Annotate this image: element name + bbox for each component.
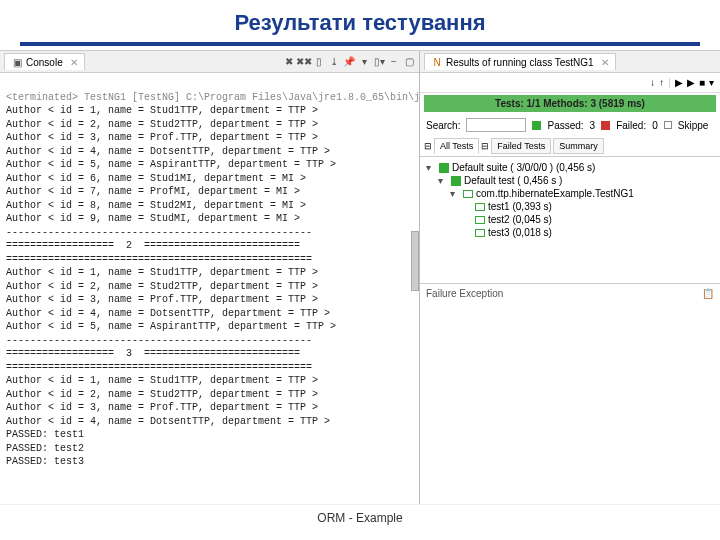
results-panel: N Results of running class TestNG1 ✕ ↓ ↑… (420, 51, 720, 504)
minimize-icon[interactable]: − (388, 56, 400, 68)
console-line: Author < id = 7, name = ProfMI, departme… (6, 186, 300, 197)
tree-method[interactable]: test2 (0,045 s) (426, 213, 714, 226)
tab-all-tests[interactable]: All Tests (434, 138, 479, 154)
tree-test[interactable]: ▾Default test ( 0,456 s ) (426, 174, 714, 187)
rerun-failed-icon[interactable]: ▶ (687, 77, 695, 88)
console-line: Author < id = 3, name = Prof.TTP, depart… (6, 294, 318, 305)
terminated-line: <terminated> TestNG1 [TestNG] C:\Program… (6, 92, 419, 103)
close-icon[interactable]: ✕ (597, 57, 609, 68)
console-body: <terminated> TestNG1 [TestNG] C:\Program… (0, 73, 419, 504)
results-tabbar: N Results of running class TestNG1 ✕ (420, 51, 720, 73)
failed-label: Failed: (616, 120, 646, 131)
tree-method[interactable]: test3 (0,018 s) (426, 226, 714, 239)
content: ▣ Console ✕ ✖ ✖✖ ▯ ⤓ 📌 ▾ ▯▾ − ▢ <termina… (0, 50, 720, 504)
failed-tab-icon: ⊟ (481, 141, 489, 151)
next-failure-icon[interactable]: ↓ (650, 77, 655, 88)
failure-exception-section: Failure Exception 📋 (420, 283, 720, 303)
console-line: Author < id = 2, name = Stud2TTP, depart… (6, 119, 318, 130)
console-line: Author < id = 1, name = Stud1TTP, depart… (6, 105, 318, 116)
slide-footer: ORM - Example (0, 504, 720, 531)
history-icon[interactable]: ▾ (709, 77, 714, 88)
console-line: Author < id = 9, name = StudMI, departme… (6, 213, 300, 224)
passed-count: 3 (590, 120, 596, 131)
console-tab-label: Console (26, 57, 63, 68)
tab-failed-tests[interactable]: Failed Tests (491, 138, 551, 154)
console-line: ========================================… (6, 254, 312, 265)
search-input[interactable] (466, 118, 526, 132)
results-subtabs: ⊟ All Tests ⊟ Failed Tests Summary (420, 136, 720, 157)
results-tab-label: Results of running class TestNG1 (446, 57, 594, 68)
rerun-icon[interactable]: ▶ (675, 77, 683, 88)
test-ok-icon (451, 176, 461, 186)
remove-launch-icon[interactable]: ✖ (283, 56, 295, 68)
method-ok-icon (475, 203, 485, 211)
failed-indicator-icon (601, 121, 610, 130)
maximize-icon[interactable]: ▢ (403, 56, 415, 68)
method-ok-icon (475, 216, 485, 224)
display-selected-icon[interactable]: ▾ (358, 56, 370, 68)
console-line: ----------------------------------------… (6, 335, 312, 346)
open-console-icon[interactable]: ▯▾ (373, 56, 385, 68)
console-line: Author < id = 2, name = Stud2TTP, depart… (6, 281, 318, 292)
stop-icon[interactable]: ■ (699, 77, 705, 88)
console-line: Author < id = 4, name = DotsentTTP, depa… (6, 416, 330, 427)
console-toolbar: ✖ ✖✖ ▯ ⤓ 📌 ▾ ▯▾ − ▢ (283, 56, 415, 68)
search-label: Search: (426, 120, 460, 131)
console-line: Author < id = 6, name = Stud1MI, departm… (6, 173, 306, 184)
console-line: ================== 3 ===================… (6, 348, 300, 359)
tests-banner: Tests: 1/1 Methods: 3 (5819 ms) (424, 95, 716, 112)
copy-trace-icon[interactable]: 📋 (702, 288, 714, 299)
console-line: PASSED: test3 (6, 456, 84, 467)
skipped-indicator-icon (664, 121, 672, 129)
console-line: Author < id = 2, name = Stud2TTP, depart… (6, 389, 318, 400)
console-line: ========================================… (6, 362, 312, 373)
console-tabbar: ▣ Console ✕ ✖ ✖✖ ▯ ⤓ 📌 ▾ ▯▾ − ▢ (0, 51, 419, 73)
divider (20, 42, 700, 46)
class-icon (463, 190, 473, 198)
slide-title: Результати тестування (0, 0, 720, 42)
testng-icon: N (431, 56, 443, 68)
console-tab[interactable]: ▣ Console ✕ (4, 53, 85, 70)
console-line: Author < id = 1, name = Stud1TTP, depart… (6, 267, 318, 278)
method-ok-icon (475, 229, 485, 237)
console-line: ================== 2 ===================… (6, 240, 300, 251)
scrollbar-thumb[interactable] (411, 231, 419, 291)
pin-console-icon[interactable]: 📌 (343, 56, 355, 68)
console-line: ----------------------------------------… (6, 227, 312, 238)
console-line: Author < id = 8, name = Stud2MI, departm… (6, 200, 306, 211)
console-line: Author < id = 4, name = DotsentTTP, depa… (6, 146, 330, 157)
console-panel: ▣ Console ✕ ✖ ✖✖ ▯ ⤓ 📌 ▾ ▯▾ − ▢ <termina… (0, 51, 420, 504)
console-line: Author < id = 3, name = Prof.TTP, depart… (6, 402, 318, 413)
search-row: Search: Passed: 3 Failed: 0 Skippe (420, 114, 720, 136)
scroll-lock-icon[interactable]: ⤓ (328, 56, 340, 68)
passed-indicator-icon (532, 121, 541, 130)
console-icon: ▣ (11, 56, 23, 68)
failed-count: 0 (652, 120, 658, 131)
tree-class[interactable]: ▾com.ttp.hibernateExample.TestNG1 (426, 187, 714, 200)
results-tab[interactable]: N Results of running class TestNG1 ✕ (424, 53, 616, 70)
console-line: Author < id = 4, name = DotsentTTP, depa… (6, 308, 330, 319)
results-toolbar: ↓ ↑ | ▶ ▶ ■ ▾ (420, 73, 720, 93)
console-line: PASSED: test2 (6, 443, 84, 454)
console-line: Author < id = 1, name = Stud1TTP, depart… (6, 375, 318, 386)
remove-all-icon[interactable]: ✖✖ (298, 56, 310, 68)
failure-exception-label: Failure Exception (426, 288, 503, 299)
prev-failure-icon[interactable]: ↑ (659, 77, 664, 88)
clear-console-icon[interactable]: ▯ (313, 56, 325, 68)
tab-summary[interactable]: Summary (553, 138, 604, 154)
console-line: PASSED: test1 (6, 429, 84, 440)
console-line: Author < id = 5, name = AspirantTTP, dep… (6, 159, 336, 170)
collapse-icon[interactable]: ⊟ (424, 141, 432, 151)
skipped-label: Skippe (678, 120, 709, 131)
passed-label: Passed: (547, 120, 583, 131)
console-line: Author < id = 3, name = Prof.TTP, depart… (6, 132, 318, 143)
suite-ok-icon (439, 163, 449, 173)
tree-method[interactable]: test1 (0,393 s) (426, 200, 714, 213)
test-tree: ▾Default suite ( 3/0/0/0 ) (0,456 s) ▾De… (420, 157, 720, 243)
close-icon[interactable]: ✕ (66, 57, 78, 68)
tree-suite[interactable]: ▾Default suite ( 3/0/0/0 ) (0,456 s) (426, 161, 714, 174)
console-line: Author < id = 5, name = AspirantTTP, dep… (6, 321, 336, 332)
